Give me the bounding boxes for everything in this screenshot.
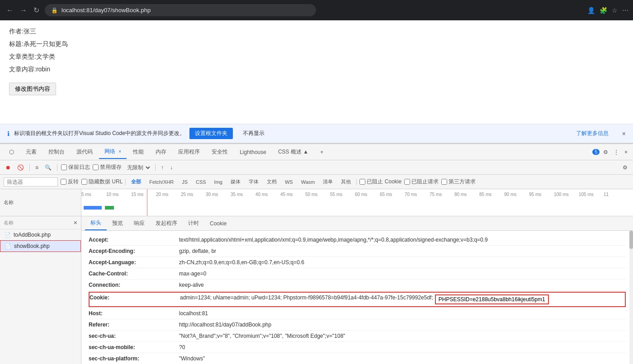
- filter-img-button[interactable]: Img: [212, 178, 225, 186]
- tab-memory[interactable]: 内存: [150, 145, 172, 159]
- forward-button[interactable]: →: [18, 5, 29, 16]
- edit-book-button[interactable]: 修改图书内容: [9, 83, 56, 95]
- sidebar-close-button[interactable]: ×: [74, 219, 77, 226]
- filter-bar: 反转 隐藏数据 URL 全部 Fetch/XHR JS CSS Img 媒体 字…: [0, 175, 633, 189]
- tab-application[interactable]: 应用程序: [173, 145, 205, 159]
- search-toggle-button[interactable]: 🔍: [43, 163, 53, 172]
- toolbar-separator-1: [29, 164, 30, 171]
- network-settings-button[interactable]: ⚙: [621, 163, 629, 172]
- add-tab-button[interactable]: +: [315, 146, 329, 158]
- sidebar-header: 名称 ×: [0, 216, 81, 229]
- tab-network[interactable]: 网络 ×: [99, 145, 127, 159]
- hide-data-url-input[interactable]: [81, 179, 87, 185]
- filter-fetch-button[interactable]: Fetch/XHR: [146, 178, 176, 186]
- filter-toggle-button[interactable]: ≡: [33, 163, 40, 172]
- clear-button[interactable]: 🚫: [15, 163, 26, 172]
- referer-value: http://localhost:81/day07/addBook.php: [179, 322, 271, 328]
- accept-language-name: Accept-Language:: [89, 259, 179, 266]
- tab-elements[interactable]: 元素: [20, 145, 42, 159]
- filter-other-button[interactable]: 其他: [338, 177, 354, 186]
- filter-js-button[interactable]: JS: [179, 178, 190, 186]
- reverse-checkbox[interactable]: 反转: [61, 178, 79, 186]
- accept-encoding-name: Accept-Encoding:: [89, 248, 179, 254]
- tab-sources[interactable]: 源代码: [71, 145, 98, 159]
- third-party-input[interactable]: [441, 179, 447, 185]
- filter-separator-1: [125, 179, 126, 185]
- notification-close[interactable]: ×: [622, 130, 626, 137]
- marker-75ms: 75 ms: [430, 192, 454, 197]
- preserve-log-checkbox[interactable]: 保留日志: [61, 163, 90, 171]
- tab-performance[interactable]: 性能: [128, 145, 149, 159]
- detail-tab-timing[interactable]: 计时: [183, 216, 204, 230]
- tab-inspector[interactable]: ⬡: [4, 146, 19, 158]
- detail-tab-cookie[interactable]: Cookie: [204, 216, 232, 230]
- detail-tab-headers[interactable]: 标头: [85, 216, 107, 230]
- blocked-request-input[interactable]: [404, 179, 410, 185]
- tab-security[interactable]: 安全性: [206, 145, 233, 159]
- reverse-input[interactable]: [61, 179, 66, 185]
- tab-css-overview[interactable]: CSS 概述 ▲: [273, 145, 314, 159]
- export-button[interactable]: ↓: [168, 163, 175, 172]
- devtools-close-button[interactable]: ×: [623, 148, 629, 156]
- filter-css-button[interactable]: CSS: [193, 178, 209, 186]
- address-bar[interactable]: 🔒 localhost:81/day07/showBook.php: [45, 4, 316, 16]
- filter-wasm-button[interactable]: Wasm: [298, 178, 318, 186]
- toolbar-separator-2: [57, 164, 57, 171]
- header-row-accept: Accept: text/html,application/xhtml+xml,…: [89, 234, 626, 246]
- filter-ws-button[interactable]: WS: [282, 178, 296, 186]
- devtools-settings-button[interactable]: ⚙: [601, 148, 610, 156]
- record-button[interactable]: ⏺: [4, 163, 13, 172]
- disable-cache-label: 禁用缓存: [100, 163, 122, 171]
- filter-media-button[interactable]: 媒体: [228, 177, 243, 186]
- set-root-folder-button[interactable]: 设置根文件夹: [189, 128, 233, 139]
- back-button[interactable]: ←: [5, 5, 15, 16]
- blocked-cookie-checkbox[interactable]: 已阻止 Cookie: [359, 178, 402, 186]
- header-row-sec-ch-ua-mobile: sec-ch-ua-mobile: ?0: [89, 342, 626, 353]
- timeline-bar-green: [105, 206, 114, 210]
- marker-30ms: 30 ms: [206, 192, 231, 197]
- hide-data-url-checkbox[interactable]: 隐藏数据 URL: [81, 178, 123, 186]
- browser-actions: 👤 🧩 ☆ ⋯: [587, 7, 628, 14]
- sidebar-item-showbook[interactable]: 📄 showBook.php: [0, 240, 81, 252]
- detail-tab-preview[interactable]: 预览: [107, 216, 128, 230]
- timeline-area: 名称 5 ms 10 ms 15 ms 20 ms 25 ms 30 ms 35…: [0, 189, 633, 216]
- extensions-button[interactable]: 🧩: [600, 7, 607, 14]
- detail-tab-response[interactable]: 响应: [128, 216, 150, 230]
- filter-doc-button[interactable]: 文档: [264, 177, 279, 186]
- disable-cache-input[interactable]: [93, 164, 99, 170]
- sidebar-item-toaddbook[interactable]: 📄 toAddBook.php: [0, 229, 81, 240]
- marker-20ms: 20 ms: [156, 192, 181, 197]
- import-button[interactable]: ↑: [159, 163, 165, 172]
- filter-font-button[interactable]: 字体: [246, 177, 261, 186]
- details-panel: 标头 预览 响应 发起程序 计时 Cookie Accept: text/htm…: [81, 216, 633, 364]
- scrollbar-thumb[interactable]: [629, 231, 633, 249]
- filter-manifest-button[interactable]: 清单: [320, 177, 335, 186]
- tab-lighthouse[interactable]: Lighthouse: [234, 146, 272, 158]
- disable-cache-checkbox[interactable]: 禁用缓存: [93, 163, 122, 171]
- devtools-customize-button[interactable]: ⋮: [612, 148, 621, 156]
- browser-menu-button[interactable]: ⋯: [622, 7, 628, 14]
- sidebar-header-label: 名称: [4, 219, 14, 226]
- tab-console[interactable]: 控制台: [43, 145, 70, 159]
- blocked-request-checkbox[interactable]: 已阻止请求: [404, 178, 439, 186]
- devtools-badge: 5: [592, 149, 600, 155]
- preserve-log-input[interactable]: [61, 164, 67, 170]
- favorites-button[interactable]: ☆: [612, 7, 618, 14]
- notification-bar: ℹ 标识项目的根文件夹以打开Visual Studio Code中的源文件并同步…: [0, 124, 633, 143]
- marker-15ms: 15 ms: [131, 192, 156, 197]
- network-tab-close[interactable]: ×: [118, 149, 121, 154]
- third-party-checkbox[interactable]: 第三方请求: [441, 178, 476, 186]
- filter-input[interactable]: [4, 177, 58, 187]
- connection-value: keep-alive: [179, 282, 204, 288]
- marker-35ms: 35 ms: [231, 192, 255, 197]
- throttle-dropdown[interactable]: 无限制: [124, 163, 151, 172]
- learn-more-link[interactable]: 了解更多信息: [576, 130, 609, 137]
- profile-icon[interactable]: 👤: [587, 7, 595, 14]
- reload-button[interactable]: ↻: [32, 4, 41, 16]
- header-row-accept-language: Accept-Language: zh-CN,zh;q=0.9,en;q=0.8…: [89, 257, 626, 268]
- filter-all-button[interactable]: 全部: [128, 177, 144, 186]
- dont-show-button[interactable]: 不再显示: [237, 128, 270, 139]
- detail-tab-initiator[interactable]: 发起程序: [150, 216, 183, 230]
- sec-ch-ua-mobile-value: ?0: [179, 344, 185, 350]
- blocked-cookie-input[interactable]: [359, 179, 365, 185]
